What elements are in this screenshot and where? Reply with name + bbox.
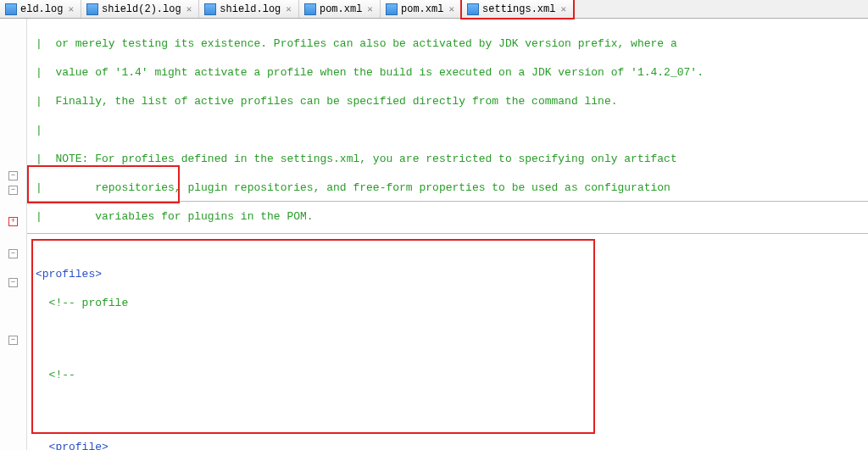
file-icon <box>304 3 316 15</box>
tab-label: settings.xml <box>482 3 555 15</box>
fold-toggle[interactable]: − <box>8 171 18 181</box>
code-line: | value of '1.4' might activate a profil… <box>27 65 868 80</box>
file-icon <box>204 3 216 15</box>
tab-pom-xml-1[interactable]: pom.xml ✕ <box>299 0 381 18</box>
file-icon <box>5 3 17 15</box>
file-icon <box>467 3 479 15</box>
tab-eld-log[interactable]: eld.log ✕ <box>0 0 81 18</box>
code-line: <!-- <box>27 368 868 382</box>
close-icon[interactable]: ✕ <box>559 3 568 14</box>
code-editor[interactable]: | or merely testing its existence. Profi… <box>27 19 868 450</box>
separator <box>27 233 868 234</box>
tab-pom-xml-2[interactable]: pom.xml ✕ <box>381 0 462 18</box>
tab-label: shield(2).log <box>102 3 181 15</box>
tab-settings-xml[interactable]: settings.xml ✕ <box>462 0 574 18</box>
editor-area: − − + − − − | or merely testing its exis… <box>0 19 868 450</box>
code-line: | repositories, plugin repositories, and… <box>27 181 868 195</box>
fold-toggle[interactable]: − <box>8 336 18 345</box>
code-line: | NOTE: For profiles defined in the sett… <box>27 152 868 166</box>
code-line: | or merely testing its existence. Profi… <box>27 36 868 51</box>
code-line: <profiles> <box>27 267 868 281</box>
code-line: | <box>27 123 868 137</box>
tab-label: shield.log <box>220 3 281 15</box>
close-icon[interactable]: ✕ <box>284 3 293 14</box>
close-icon[interactable]: ✕ <box>447 3 456 14</box>
code-line: | Finally, the list of active profiles c… <box>27 94 868 108</box>
tab-bar: eld.log ✕ shield(2).log ✕ shield.log ✕ p… <box>0 0 868 19</box>
tab-shield2-log[interactable]: shield(2).log ✕ <box>81 0 199 18</box>
tab-label: pom.xml <box>401 3 443 15</box>
file-icon <box>386 3 398 15</box>
separator <box>27 201 868 202</box>
code-line <box>27 411 868 425</box>
tab-label: pom.xml <box>320 3 362 15</box>
close-icon[interactable]: ✕ <box>185 3 194 14</box>
fold-toggle[interactable]: − <box>8 249 18 258</box>
code-line: <!-- profile <box>27 296 868 310</box>
code-line: | variables for plugins in the POM. <box>27 209 868 224</box>
close-icon[interactable]: ✕ <box>365 3 375 14</box>
tab-shield-log[interactable]: shield.log ✕ <box>199 0 299 18</box>
code-line <box>27 238 868 253</box>
fold-toggle[interactable]: − <box>8 278 18 287</box>
fold-toggle[interactable]: − <box>8 186 18 195</box>
code-line <box>27 339 868 353</box>
tab-label: eld.log <box>20 3 63 15</box>
fold-gutter: − − + − − − <box>0 19 27 450</box>
close-icon[interactable]: ✕ <box>66 3 75 14</box>
code-line: <profile> <box>27 440 868 450</box>
file-icon <box>86 3 98 15</box>
fold-toggle[interactable]: + <box>8 217 18 226</box>
